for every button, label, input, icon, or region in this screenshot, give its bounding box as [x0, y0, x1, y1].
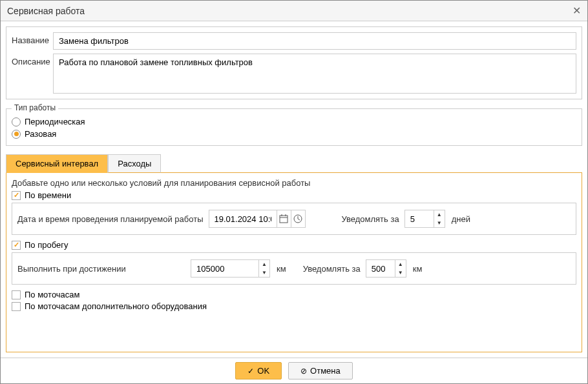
clock-icon[interactable]	[291, 210, 305, 227]
spin-up-icon[interactable]: ▲	[395, 260, 406, 268]
days-unit: дней	[452, 214, 470, 224]
title-bar: Сервисная работа ✕	[1, 1, 587, 21]
tab-service-interval[interactable]: Сервисный интервал	[6, 154, 108, 173]
cancel-button[interactable]: ⊘ Отмена	[288, 362, 353, 379]
spin-up-icon[interactable]: ▲	[434, 210, 445, 219]
checkbox-by-motohours-extra[interactable]: По моточасам дополнительного оборудовани…	[12, 301, 576, 311]
spin-down-icon[interactable]: ▼	[434, 219, 445, 227]
checkbox-by-mileage[interactable]: ✓ По пробегу	[12, 240, 576, 250]
work-type-fieldset: Тип работы Периодическая Разовая	[6, 108, 582, 146]
spin-down-icon[interactable]: ▼	[259, 268, 269, 277]
by-time-label: По времени	[25, 190, 71, 200]
spin-down-icon[interactable]: ▼	[395, 268, 406, 277]
spin-up-icon[interactable]: ▲	[259, 260, 269, 268]
checkbox-by-time[interactable]: ✓ По времени	[12, 190, 576, 200]
work-type-legend: Тип работы	[12, 103, 58, 112]
radio-icon	[12, 130, 21, 139]
content-area: Название Описание Работа по плановой зам…	[1, 21, 587, 358]
by-time-section: Дата и время проведения планируемой рабо…	[12, 203, 576, 235]
description-label: Описание	[12, 54, 53, 66]
notify-mileage-label: Уведомлять за	[303, 264, 361, 274]
check-icon: ✓	[12, 191, 21, 200]
check-icon	[12, 302, 21, 311]
svg-line-6	[298, 219, 300, 220]
mileage-spinner: ▲ ▼	[191, 259, 270, 278]
name-input[interactable]	[53, 32, 576, 50]
cancel-label: Отмена	[310, 366, 341, 376]
ok-button[interactable]: ✓ OK	[235, 362, 282, 379]
date-input[interactable]	[209, 211, 277, 227]
cancel-icon: ⊘	[300, 367, 307, 376]
radio-periodic-label: Периодическая	[25, 117, 85, 126]
radio-periodic[interactable]: Периодическая	[12, 117, 576, 126]
by-motohours-extra-label: По моточасам дополнительного оборудовани…	[25, 301, 207, 311]
radio-once-label: Разовая	[25, 129, 56, 139]
check-icon	[12, 290, 21, 299]
dialog-footer: ✓ OK ⊘ Отмена	[1, 358, 587, 383]
service-interval-panel: Добавьте одно или несколько условий для …	[6, 172, 582, 352]
calendar-icon[interactable]	[277, 210, 291, 227]
name-label: Название	[12, 32, 53, 45]
check-icon: ✓	[247, 367, 254, 376]
notify-km-spinner: ▲ ▼	[366, 259, 406, 278]
km-unit: км	[277, 264, 286, 274]
notify-time-label: Уведомлять за	[342, 214, 399, 224]
date-input-wrap	[209, 210, 306, 228]
mileage-input[interactable]	[191, 260, 258, 277]
close-icon[interactable]: ✕	[572, 5, 581, 17]
notify-days-spinner: ▲ ▼	[404, 210, 445, 228]
by-mileage-section: Выполнить при достижении ▲ ▼ км Уведомля…	[12, 252, 576, 285]
tab-bar: Сервисный интервал Расходы	[6, 154, 582, 172]
check-icon: ✓	[12, 241, 21, 250]
radio-icon	[12, 117, 21, 126]
notify-km-input[interactable]	[366, 260, 395, 277]
notify-days-input[interactable]	[405, 210, 434, 227]
by-motohours-label: По моточасам	[25, 290, 80, 299]
dialog-window: Сервисная работа ✕ Название Описание Раб…	[0, 0, 588, 384]
date-label: Дата и время проведения планируемой рабо…	[17, 214, 204, 224]
description-textarea[interactable]: Работа по плановой замене топливных филь…	[53, 54, 576, 94]
radio-once[interactable]: Разовая	[12, 129, 576, 139]
by-mileage-label: По пробегу	[25, 240, 68, 250]
basic-fields: Название Описание Работа по плановой зам…	[6, 26, 582, 99]
km-unit-2: км	[413, 264, 423, 274]
svg-rect-0	[280, 216, 288, 223]
ok-label: OK	[257, 366, 269, 376]
tab-expenses[interactable]: Расходы	[108, 154, 161, 173]
reach-label: Выполнить при достижении	[17, 264, 185, 274]
window-title: Сервисная работа	[7, 6, 85, 16]
checkbox-by-motohours[interactable]: По моточасам	[12, 290, 576, 299]
interval-hint: Добавьте одно или несколько условий для …	[12, 178, 576, 188]
